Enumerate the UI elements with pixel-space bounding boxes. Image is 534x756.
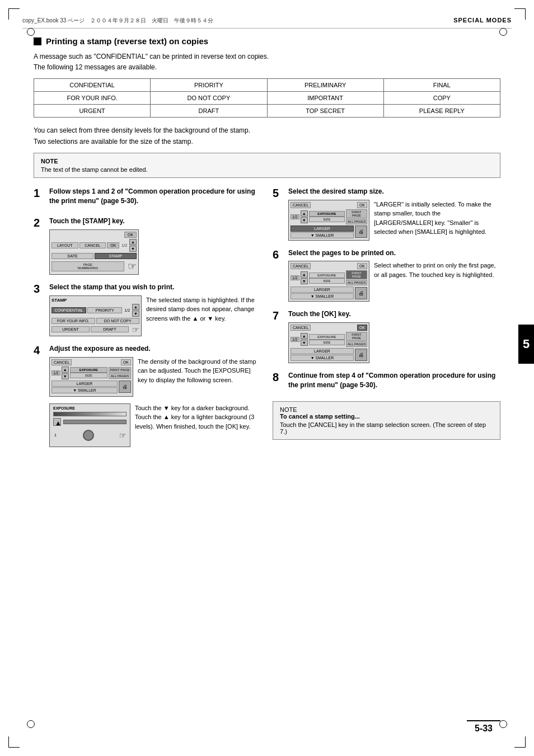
step5-smaller-btn[interactable]: ▼ SMALLER bbox=[291, 232, 354, 238]
step6-smaller-btn[interactable]: ▼ SMALLER bbox=[291, 293, 354, 299]
step4-allpages-btn[interactable]: ALL PAGES bbox=[109, 373, 131, 379]
step5-pagenum: 1/2 bbox=[291, 214, 299, 219]
step4-cancel-btn[interactable]: CANCEL bbox=[51, 359, 72, 365]
step6-pagenum: 1/2 bbox=[291, 275, 299, 280]
step-4-text1: The density of the background of the sta… bbox=[138, 357, 258, 385]
step-6-content: Select the pages to be printed on. CANCE… bbox=[288, 248, 500, 302]
step6-exposure-label: EXPOSURE bbox=[309, 273, 345, 278]
step3-donotcopy-btn[interactable]: DO NOT COPY bbox=[96, 318, 140, 324]
step5-up-btn[interactable]: ▲ bbox=[301, 210, 308, 217]
intro-line2: The following 12 messages are available. bbox=[34, 62, 500, 73]
main-content: Printing a stamp (reverse text) on copie… bbox=[22, 31, 512, 461]
step7-smaller-btn[interactable]: ▼ SMALLER bbox=[291, 355, 354, 361]
step4-up-btn[interactable]: ▲ bbox=[62, 367, 69, 373]
step6-up-btn[interactable]: ▲ bbox=[301, 271, 308, 278]
step-1-title: Follow steps 1 and 2 of "Common operatio… bbox=[49, 187, 258, 206]
step2-pagenumbering-btn[interactable]: PAGENUMBERING bbox=[51, 261, 124, 271]
exposure-knob[interactable] bbox=[83, 430, 94, 441]
step3-up-btn[interactable]: ▲ bbox=[132, 304, 139, 310]
step6-cancel-btn[interactable]: CANCEL bbox=[291, 263, 311, 269]
intro-text: A message such as "CONFIDENTIAL" can be … bbox=[34, 51, 500, 73]
step6-down-btn[interactable]: ▼ bbox=[301, 278, 308, 284]
step2-down-btn[interactable]: ▼ bbox=[129, 246, 137, 252]
step5-down-btn[interactable]: ▼ bbox=[301, 217, 308, 223]
intro-line1: A message such as "CONFIDENTIAL" can be … bbox=[34, 51, 500, 62]
step5-allpages-btn[interactable]: ALL PAGES bbox=[346, 219, 367, 224]
step6-allpages-btn[interactable]: ALL PAGES bbox=[346, 280, 367, 285]
step-4-exposure-area: EXPOSURE ▲ 1 ☞ bbox=[49, 403, 258, 447]
step4-smaller-btn[interactable]: ▼ SMALLER bbox=[51, 387, 118, 393]
step2-layout-btn[interactable]: LAYOUT bbox=[51, 242, 78, 248]
step7-cancel-btn[interactable]: CANCEL bbox=[291, 325, 311, 331]
step3-foryourinfo-btn[interactable]: FOR YOUR INFO. bbox=[51, 318, 95, 324]
step6-firstpage-btn[interactable]: FIRST PAGE bbox=[346, 270, 367, 279]
step5-firstpage-btn[interactable]: FIRST PAGE bbox=[346, 209, 367, 218]
step2-hand-icon: ☞ bbox=[128, 260, 137, 273]
note-text-1: The text of the stamp cannot be edited. bbox=[41, 166, 493, 173]
step4-down-btn[interactable]: ▼ bbox=[62, 373, 69, 379]
section-title-text: Printing a stamp (reverse text) on copie… bbox=[46, 36, 208, 46]
step3-down-btn[interactable]: ▼ bbox=[132, 311, 139, 317]
step7-allpages-btn[interactable]: ALL PAGES bbox=[346, 341, 367, 347]
note-box-1: NOTE The text of the stamp cannot be edi… bbox=[34, 153, 500, 178]
step5-icon-box: 🖨 bbox=[355, 226, 367, 238]
exposure-indicator bbox=[63, 420, 127, 424]
step-2: 2 Touch the [STAMP] key. OK LAYOUT CANCE… bbox=[34, 217, 258, 275]
exposure-up-btn[interactable]: ▲ bbox=[53, 418, 61, 426]
messages-table: CONFIDENTIAL PRIORITY PRELIMINARY FINAL … bbox=[34, 78, 500, 118]
exposure-hand-icon: ☞ bbox=[119, 431, 127, 440]
table-row: URGENT DRAFT TOP SECRET PLEASE REPLY bbox=[34, 105, 500, 118]
page-header: copy_EX.book 33 ページ ２００４年９月２８日 火曜日 午後９時５… bbox=[22, 17, 512, 29]
exposure-title: EXPOSURE bbox=[53, 406, 127, 410]
step-6-panel: CANCEL OK 1/2 ▲ ▼ bbox=[288, 261, 369, 302]
note-subtitle-2: To cancel a stamp setting... bbox=[280, 413, 493, 420]
step7-down-btn[interactable]: ▼ bbox=[301, 340, 308, 346]
note-box-2: NOTE To cancel a stamp setting... Touch … bbox=[273, 401, 500, 440]
step6-larger-btn[interactable]: LARGER bbox=[291, 287, 354, 293]
step-5-text: "LARGER" is initially selected. To make … bbox=[374, 200, 500, 237]
step2-stamp-btn[interactable]: STAMP bbox=[95, 253, 137, 259]
table-cell: DO NOT COPY bbox=[151, 92, 267, 105]
step7-larger-btn[interactable]: LARGER bbox=[291, 348, 354, 354]
step-2-content: Touch the [STAMP] key. OK LAYOUT CANCEL … bbox=[49, 217, 258, 275]
step4-firstpage-btn[interactable]: FIRST PAGE bbox=[109, 367, 131, 373]
step-5-content: Select the desired stamp size. CANCEL OK… bbox=[288, 187, 500, 241]
step6-ok-btn[interactable]: OK bbox=[357, 263, 367, 269]
step4-size-label: SIZE bbox=[70, 373, 107, 378]
step5-ok-btn[interactable]: OK bbox=[357, 202, 367, 208]
step3-urgent-btn[interactable]: URGENT bbox=[51, 326, 90, 332]
step7-ok-btn[interactable]: OK bbox=[357, 325, 367, 331]
circle-mark-br bbox=[499, 720, 507, 728]
step-3-number: 3 bbox=[34, 283, 46, 336]
step2-cancel-btn[interactable]: CANCEL bbox=[79, 242, 106, 248]
step2-up-btn[interactable]: ▲ bbox=[129, 239, 137, 245]
step7-firstpage-btn[interactable]: FIRST PAGE bbox=[346, 332, 367, 341]
table-cell: PRELIMINARY bbox=[267, 79, 383, 92]
step2-date-btn[interactable]: DATE bbox=[51, 253, 93, 259]
step5-cancel-btn[interactable]: CANCEL bbox=[291, 202, 311, 208]
exposure-level: 1 bbox=[53, 433, 58, 437]
density-line1: You can select from three density levels… bbox=[34, 125, 500, 136]
step2-ok-btn[interactable]: OK bbox=[124, 232, 137, 238]
corner-mark-bl bbox=[8, 736, 20, 748]
table-cell: URGENT bbox=[34, 105, 151, 118]
step-7-title: Touch the [OK] key. bbox=[288, 309, 500, 319]
step3-pagenum: 1/2 bbox=[123, 308, 131, 312]
step3-priority-btn[interactable]: PRIORITY bbox=[87, 307, 122, 313]
step2-ok2-btn[interactable]: OK bbox=[107, 242, 119, 248]
step-4-content: Adjust the exposure as needed. CANCEL OK bbox=[49, 344, 258, 447]
step7-up-btn[interactable]: ▲ bbox=[301, 333, 308, 339]
step5-size-label: SIZE bbox=[309, 217, 345, 222]
step3-draft-btn[interactable]: DRAFT bbox=[91, 326, 129, 332]
step-8-content: Continue from step 4 of "Common operatio… bbox=[288, 371, 500, 393]
step5-larger-btn[interactable]: LARGER bbox=[291, 226, 354, 232]
chapter-title: SPECIAL MODES bbox=[453, 17, 512, 24]
table-row: CONFIDENTIAL PRIORITY PRELIMINARY FINAL bbox=[34, 79, 500, 92]
section-title-icon bbox=[34, 37, 41, 45]
step4-ok-btn[interactable]: OK bbox=[121, 359, 131, 365]
step-7-number: 7 bbox=[273, 309, 285, 363]
step-1-content: Follow steps 1 and 2 of "Common operatio… bbox=[49, 187, 258, 209]
step-4-number: 4 bbox=[34, 344, 46, 447]
step3-confidential-btn[interactable]: CONFIDENTIAL bbox=[51, 307, 86, 313]
step4-larger-btn[interactable]: LARGER bbox=[51, 381, 118, 387]
